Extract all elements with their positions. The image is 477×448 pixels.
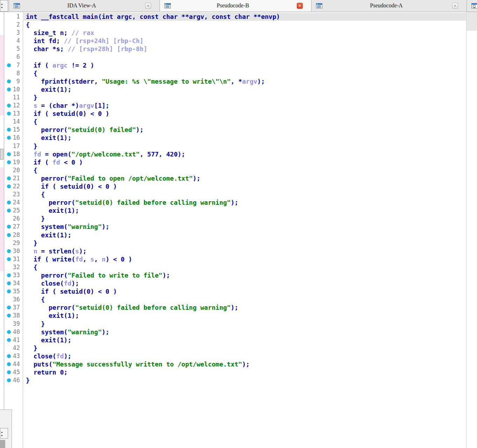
- gutter-cell[interactable]: 27: [4, 223, 23, 231]
- code-text[interactable]: {: [23, 166, 466, 174]
- gutter-cell[interactable]: 11: [4, 93, 23, 102]
- gutter-cell[interactable]: 13: [4, 110, 23, 118]
- code-text[interactable]: perror("Failed to write to file");: [23, 271, 466, 279]
- breakpoint-icon[interactable]: [7, 354, 11, 358]
- code-text[interactable]: if ( setuid(0) < 0 ): [23, 287, 466, 295]
- gutter-cell[interactable]: 7: [4, 61, 23, 69]
- gutter-cell[interactable]: 28: [4, 231, 23, 239]
- gutter-cell[interactable]: 38: [4, 312, 23, 320]
- breakpoint-icon[interactable]: [7, 184, 11, 188]
- code-text[interactable]: perror("setuid(0) failed before calling …: [23, 198, 466, 206]
- breakpoint-icon[interactable]: [7, 370, 11, 374]
- breakpoint-icon[interactable]: [7, 176, 11, 180]
- code-text[interactable]: }: [23, 344, 466, 352]
- gutter-cell[interactable]: 12: [4, 102, 23, 110]
- code-text[interactable]: fprintf(stderr, "Usage: %s \"message to …: [23, 77, 466, 85]
- tab-partial[interactable]: [467, 0, 477, 12]
- gutter-cell[interactable]: 6: [4, 53, 23, 61]
- gutter-cell[interactable]: 31: [4, 255, 23, 263]
- gutter-cell[interactable]: 22: [4, 182, 23, 190]
- code-text[interactable]: s = (char *)argv[1];: [23, 102, 466, 110]
- gutter-cell[interactable]: 37: [4, 303, 23, 312]
- gutter-cell[interactable]: 18: [4, 150, 23, 158]
- code-text[interactable]: int __fastcall main(int argc, const char…: [23, 13, 466, 21]
- code-text[interactable]: }: [23, 239, 466, 247]
- gutter-cell[interactable]: 9: [4, 77, 23, 85]
- code-text[interactable]: system("warning");: [23, 223, 466, 231]
- gutter-cell[interactable]: 4: [4, 37, 23, 45]
- gutter-cell[interactable]: 42: [4, 344, 23, 352]
- code-text[interactable]: {: [23, 190, 466, 198]
- gutter-cell[interactable]: 19: [4, 158, 23, 166]
- code-text[interactable]: exit(1);: [23, 231, 466, 239]
- code-text[interactable]: puts("Message successfully written to /o…: [23, 360, 466, 368]
- breakpoint-icon[interactable]: [7, 225, 11, 229]
- gutter-cell[interactable]: 2: [4, 21, 23, 29]
- nav-band-thumb[interactable]: [0, 149, 3, 160]
- gutter-cell[interactable]: 36: [4, 295, 23, 303]
- gutter-cell[interactable]: 3: [4, 29, 23, 37]
- gutter-cell[interactable]: 14: [4, 118, 23, 126]
- code-text[interactable]: [23, 53, 466, 61]
- code-text[interactable]: exit(1);: [23, 134, 466, 142]
- breakpoint-icon[interactable]: [7, 338, 11, 342]
- code-text[interactable]: {: [23, 21, 466, 29]
- code-text[interactable]: fd = open("/opt/welcome.txt", 577, 420);: [23, 150, 466, 158]
- gutter-cell[interactable]: 15: [4, 126, 23, 134]
- breakpoint-icon[interactable]: [7, 378, 11, 382]
- gutter-cell[interactable]: 1: [4, 13, 23, 21]
- gutter-cell[interactable]: 46: [4, 376, 23, 384]
- breakpoint-icon[interactable]: [7, 104, 11, 107]
- code-text[interactable]: }: [23, 93, 466, 102]
- breakpoint-icon[interactable]: [7, 88, 11, 91]
- breakpoint-icon[interactable]: [7, 281, 11, 285]
- code-text[interactable]: exit(1);: [23, 336, 466, 344]
- breakpoint-icon[interactable]: [7, 330, 11, 334]
- code-text[interactable]: close(fd);: [23, 279, 466, 287]
- dock-grip-handle[interactable]: [0, 428, 8, 439]
- code-text[interactable]: if ( setuid(0) < 0 ): [23, 110, 466, 118]
- code-text[interactable]: }: [23, 320, 466, 328]
- gutter-cell[interactable]: 21: [4, 174, 23, 182]
- breakpoint-icon[interactable]: [7, 233, 11, 237]
- code-text[interactable]: if ( write(fd, s, n) < 0 ): [23, 255, 466, 263]
- gutter-cell[interactable]: 8: [4, 69, 23, 77]
- tab-ida-view-a[interactable]: IDA View-A ✕: [9, 0, 160, 12]
- gutter-cell[interactable]: 25: [4, 206, 23, 215]
- breakpoint-icon[interactable]: [7, 273, 11, 277]
- gutter-cell[interactable]: 30: [4, 247, 23, 255]
- tab-pseudocode-a[interactable]: Pseudocode-A ✕: [311, 0, 467, 12]
- breakpoint-icon[interactable]: [7, 257, 11, 261]
- breakpoint-icon[interactable]: [7, 79, 11, 83]
- code-text[interactable]: char *s; // [rsp+28h] [rbp-8h]: [23, 45, 466, 53]
- close-icon[interactable]: ✕: [145, 3, 151, 9]
- code-text[interactable]: exit(1);: [23, 85, 466, 93]
- gutter-cell[interactable]: 33: [4, 271, 23, 279]
- close-icon[interactable]: ✕: [297, 3, 303, 9]
- breakpoint-icon[interactable]: [7, 201, 11, 204]
- gutter-cell[interactable]: 24: [4, 198, 23, 206]
- gutter-cell[interactable]: 20: [4, 166, 23, 174]
- gutter-cell[interactable]: 40: [4, 328, 23, 336]
- code-text[interactable]: exit(1);: [23, 312, 466, 320]
- gutter-cell[interactable]: 23: [4, 190, 23, 198]
- code-text[interactable]: int fd; // [rsp+24h] [rbp-Ch]: [23, 37, 466, 45]
- code-text[interactable]: n = strlen(s);: [23, 247, 466, 255]
- breakpoint-icon[interactable]: [7, 209, 11, 212]
- code-text[interactable]: {: [23, 295, 466, 303]
- gutter-cell[interactable]: 26: [4, 215, 23, 223]
- gutter-cell[interactable]: 17: [4, 142, 23, 150]
- gutter-cell[interactable]: 32: [4, 263, 23, 271]
- code-text[interactable]: }: [23, 142, 466, 150]
- dock-grip-handle[interactable]: [0, 0, 8, 12]
- code-text[interactable]: if ( setuid(0) < 0 ): [23, 182, 466, 190]
- breakpoint-icon[interactable]: [7, 306, 11, 309]
- breakpoint-icon[interactable]: [7, 362, 11, 366]
- gutter-cell[interactable]: 41: [4, 336, 23, 344]
- gutter-cell[interactable]: 43: [4, 352, 23, 360]
- code-text[interactable]: }: [23, 215, 466, 223]
- code-text[interactable]: return 0;: [23, 368, 466, 376]
- gutter-cell[interactable]: 29: [4, 239, 23, 247]
- code-text[interactable]: size_t n; // rax: [23, 29, 466, 37]
- pane-divider[interactable]: [466, 12, 467, 448]
